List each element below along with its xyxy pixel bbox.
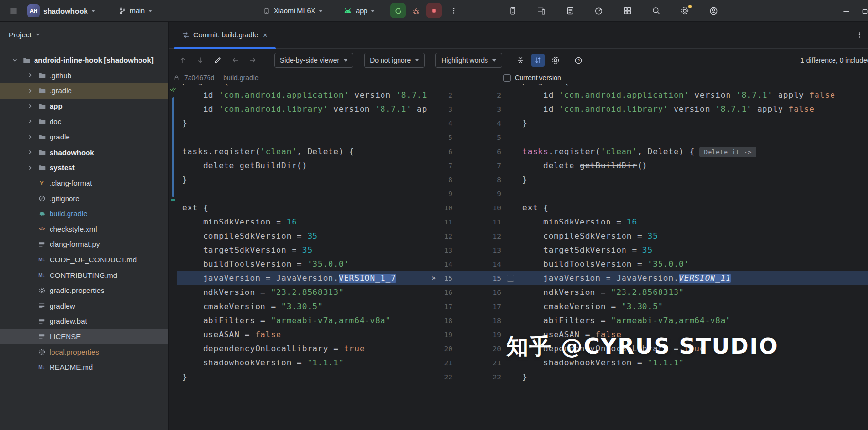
apply-change-chevron[interactable]: » [431,271,436,285]
chevron-down-icon[interactable] [11,57,18,63]
diff-settings-button[interactable] [549,54,562,67]
chevron-right-icon[interactable] [26,134,34,140]
diff-right-line-10: ext { [517,201,868,215]
code-token: VERSION_11 [679,274,731,283]
chevron-right-icon[interactable] [26,103,34,109]
current-version-checkbox[interactable]: Current version [503,74,561,82]
tree-item-gradle-properties[interactable]: gradle.properties [0,283,168,298]
hamburger-menu-button[interactable] [6,3,20,18]
code-token: ext { [182,203,208,212]
line-number-left: 8 [428,176,452,184]
tree-item-label: systest [50,163,75,172]
gear-file-icon [37,348,46,356]
diff-right-line-20: dependencyOnLocalLibrary = true [517,342,868,356]
tree-item-gitignore[interactable]: .gitignore [0,190,168,206]
tree-item-shadowhook[interactable]: shadowhook [0,145,168,160]
code-token: '8.7.1' [396,90,428,100]
tree-item-local-properties[interactable]: local.properties [0,344,168,360]
whitespace-policy-dropdown[interactable]: Do not ignore [364,53,425,68]
settings-button[interactable] [677,3,692,18]
line-number-left: 2 [428,91,452,99]
chevron-right-icon[interactable] [26,165,34,171]
rerun-button[interactable] [390,3,406,18]
tree-item-gradle[interactable]: .gradle [0,83,168,99]
tree-item-code-of-conduct-md[interactable]: M↓CODE_OF_CONDUCT.md [0,252,168,268]
stop-button[interactable] [426,3,442,18]
line-number-right: 20 [452,345,501,353]
tree-item-clang-format[interactable]: Y.clang-format [0,175,168,191]
collapse-unchanged-button[interactable] [514,54,527,67]
tree-item-label: android-inline-hook [shadowhook] [34,56,154,64]
running-devices-button[interactable] [534,3,549,18]
device-selector[interactable]: Xiaomi MI 6X [260,5,326,17]
line-number-right: 22 [452,373,501,381]
diff-right-line-1: plugins { [517,84,868,88]
profiler-button[interactable] [591,3,606,18]
branch-selector[interactable]: main [116,5,155,17]
chevron-right-icon[interactable] [26,149,34,155]
minimize-button[interactable] [840,5,852,17]
code-token: 'com.android.application' [219,90,349,100]
diff-pane-right[interactable]: plugins { id 'com.android.application' v… [517,84,868,430]
tree-item-gradle[interactable]: gradle [0,129,168,145]
project-panel-header[interactable]: Project [0,22,168,47]
edit-source-button[interactable] [211,54,225,67]
tree-item-app[interactable]: app [0,99,168,114]
debug-button[interactable] [409,3,423,18]
tree-item-android-inline-hook-shadowhook[interactable]: android-inline-hook [shadowhook] [0,52,168,68]
compare-previous-file-button[interactable] [228,54,242,67]
tree-item-contributing-md[interactable]: M↓CONTRIBUTING.md [0,267,168,283]
tree-item-gradlew-bat[interactable]: gradlew.bat [0,313,168,329]
code-token: dependencyOnLocalLibrary = [182,344,344,353]
synchronize-scrolling-button[interactable] [531,54,545,67]
tree-item-license[interactable]: LICENSE [0,329,168,344]
chevron-right-icon[interactable] [26,72,34,78]
tab-commit-build-gradle[interactable]: Commit: build.gradle × [174,22,276,48]
run-config-selector[interactable]: app [340,5,378,17]
code-token: tasks [522,147,549,156]
stop-icon [430,7,438,15]
include-change-checkbox[interactable] [507,275,514,282]
diff-pane-left[interactable]: plugins { id 'com.android.application' v… [177,84,428,430]
search-icon [652,6,660,15]
tree-item-gradlew[interactable]: gradlew [0,298,168,314]
change-marker [171,199,175,201]
account-button[interactable] [706,3,721,18]
diff-body: plugins { id 'com.android.application' v… [169,84,868,430]
scrollbar-thumb[interactable] [172,97,174,197]
checkbox-icon[interactable] [503,74,511,82]
tree-item-label: clang-format.py [50,240,100,248]
device-manager-button[interactable] [505,3,520,18]
next-difference-button[interactable] [193,54,207,67]
resource-manager-icon [623,6,632,15]
tree-item-github[interactable]: .github [0,68,168,84]
tree-item-clang-format-py[interactable]: clang-format.py [0,237,168,252]
highlight-mode-dropdown[interactable]: Highlight words [435,53,502,68]
tree-item-label: LICENSE [50,332,81,341]
code-token: false [788,104,815,114]
compare-next-file-button[interactable] [246,54,260,67]
help-button[interactable]: ? [572,54,586,67]
chevron-right-icon[interactable] [26,119,34,124]
diff-left-line-20: dependencyOnLocalLibrary = true [177,342,428,356]
previous-difference-button[interactable] [176,54,190,67]
search-everywhere-button[interactable] [649,3,663,18]
line-number-left: 6 [428,148,452,155]
tree-item-readme-md[interactable]: M↓README.md [0,360,168,375]
more-actions-button[interactable] [447,3,461,18]
project-selector[interactable]: AH shadowhook [24,2,98,19]
tree-item-checkstyle-xml[interactable]: </>checkstyle.xml [0,222,168,237]
chevron-right-icon[interactable] [26,88,34,94]
viewer-mode-dropdown[interactable]: Side-by-side viewer [274,53,353,68]
tree-item-doc[interactable]: doc [0,114,168,129]
resource-manager-button[interactable] [620,3,635,18]
line-number-left: 1 [428,84,452,85]
chevron-down-icon [35,32,41,37]
tree-item-build-gradle[interactable]: build.gradle [0,206,168,222]
logcat-button[interactable] [563,3,577,18]
maximize-icon [861,8,868,15]
close-icon[interactable]: × [263,31,268,39]
tree-item-systest[interactable]: systest [0,160,168,175]
maximize-button[interactable] [858,5,868,17]
tab-bar-more-button[interactable] [855,31,863,39]
